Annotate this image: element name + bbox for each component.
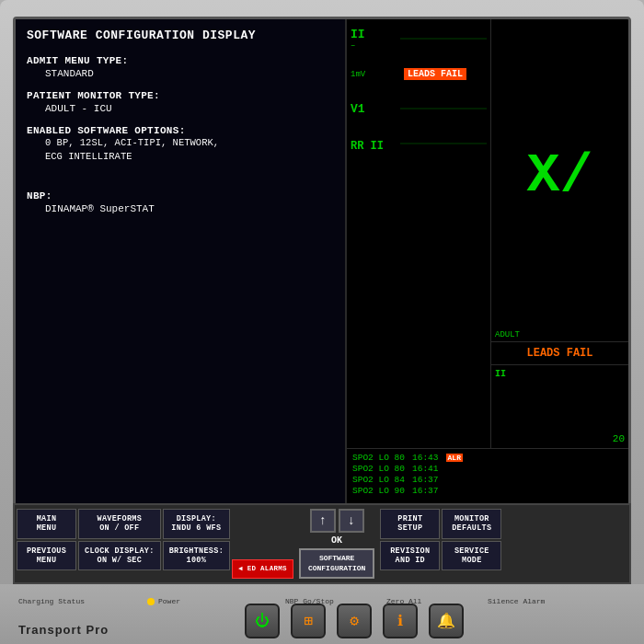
device-model-label: Transport Pro	[18, 623, 109, 637]
config-panel: SOFTWARE CONFIGURATION DISPLAY ADMIT MEN…	[16, 19, 347, 522]
v1-label: V1	[351, 102, 397, 116]
wave-row-ii: II –	[351, 23, 487, 55]
ii-label: II	[351, 28, 397, 41]
spo2-label-0: SPO2 LO 80	[352, 453, 405, 463]
device-bottom: Charging Status Power NBP Go/Stop Zero A…	[0, 584, 644, 644]
config-title: SOFTWARE CONFIGURATION DISPLAY	[27, 29, 334, 42]
main-menu-button[interactable]: MAINMENU	[17, 509, 76, 538]
wave-row-rr: RR II	[351, 128, 487, 160]
adult-label: ADULT	[495, 330, 520, 339]
patient-monitor-section: PATIENT MONITOR TYPE: ADULT - ICU	[27, 90, 334, 114]
spo2-row-1: SPO2 LO 80 16:41	[352, 464, 623, 474]
spo2-row-2: SPO2 LO 84 16:37	[352, 475, 623, 485]
patient-monitor-label: PATIENT MONITOR TYPE:	[27, 90, 334, 101]
mini-displays-col: X/ ADULT LEADS FAIL II 20	[490, 19, 628, 448]
spo2-time-3: 16:37	[412, 486, 439, 496]
ii-sub: –	[351, 41, 397, 51]
btn-group-left2: WAVEFORMSON / OFF CLOCK DISPLAY:ON W/ SE…	[78, 509, 161, 579]
btn-group-right1: PRINTSETUP REVISIONAND ID	[380, 509, 440, 579]
screen-content: SOFTWARE CONFIGURATION DISPLAY ADMIT MEN…	[16, 19, 628, 522]
config-icon: ⚙	[350, 612, 359, 630]
admit-menu-label: ADMIT MENU TYPE:	[27, 55, 334, 66]
alr-badge: ALR	[446, 454, 463, 462]
nbp-label: NBP:	[27, 190, 334, 201]
admit-menu-value: STANDARD	[27, 68, 334, 79]
wave-label-v1: V1	[351, 102, 397, 116]
service-mode-button[interactable]: SERVICEMODE	[442, 541, 501, 570]
big-x-display: X/	[526, 148, 592, 203]
leads-fail-text: LEADS FAIL	[495, 345, 625, 362]
waveform-svg-rr	[400, 128, 487, 160]
wave-content-v1	[400, 93, 487, 125]
spo2-row-3: SPO2 LO 90 16:37	[352, 486, 623, 496]
wave-row-1mv: 1mV LEADS FAIL	[351, 58, 487, 90]
up-arrow-button[interactable]: ↑	[310, 509, 336, 533]
arrow-buttons: ↑ ↓	[310, 509, 364, 533]
waveforms-col: II – 1mV	[347, 19, 490, 448]
1mv-label: 1mV	[351, 70, 397, 79]
alarm-button[interactable]: 🔔	[429, 604, 464, 638]
software-config-button[interactable]: SOFTWARECONFIGURATION	[299, 548, 374, 579]
revision-id-button[interactable]: REVISIONAND ID	[380, 541, 440, 570]
right-top: II – 1mV	[347, 19, 628, 448]
wave-content-1mv: LEADS FAIL	[400, 58, 487, 90]
ed-alarms-group: ◀ ED ALARMS	[232, 509, 293, 579]
ed-alarms-button[interactable]: ◀ ED ALARMS	[232, 559, 293, 579]
admit-menu-section: ADMIT MENU TYPE: STANDARD	[27, 55, 334, 79]
btn-group-left1: MAINMENU PREVIOUSMENU	[17, 509, 76, 579]
wave-label-1mv: 1mV	[351, 70, 397, 79]
waveforms-button[interactable]: WAVEFORMSON / OFF	[78, 509, 161, 538]
enabled-options-value2: ECG INTELLIRATE	[27, 150, 334, 164]
wave-label-rr: RR II	[351, 136, 397, 153]
nbp-section: NBP: DINAMAP® SuperSTAT	[27, 190, 334, 214]
alarm-icon: 🔔	[437, 612, 455, 630]
btn-group-right2: MONITORDEFAULTS SERVICEMODE	[442, 509, 501, 579]
monitor-defaults-button[interactable]: MONITORDEFAULTS	[442, 509, 501, 538]
ok-label: OK	[331, 535, 342, 546]
wave-label-ii: II –	[351, 28, 397, 51]
display-button[interactable]: DISPLAY:INDU 6 WFS	[163, 509, 230, 538]
menu-button[interactable]: ⊞	[291, 604, 326, 638]
enabled-options-value1: 0 BP, 12SL, ACI-TIPI, NETWORK,	[27, 136, 334, 150]
transport-pro-text: Transport Pro	[18, 623, 109, 637]
previous-menu-button[interactable]: PREVIOUSMENU	[17, 541, 76, 570]
spo2-data-rows: SPO2 LO 80 16:43 ALR SPO2 LO 80 16:41 SP…	[352, 453, 623, 496]
wave-content-rr	[400, 128, 487, 160]
screen-area: SOFTWARE CONFIGURATION DISPLAY ADMIT MEN…	[13, 17, 631, 524]
power-icon: ⏻	[255, 613, 270, 630]
center-controls: ↑ ↓ OK SOFTWARECONFIGURATION	[295, 509, 378, 579]
enabled-options-label: ENABLED SOFTWARE OPTIONS:	[27, 125, 334, 136]
spo2-label-2: SPO2 LO 84	[352, 475, 405, 485]
charging-text: Charging Status	[18, 597, 85, 605]
info-button[interactable]: ℹ	[383, 604, 418, 638]
leads-fail-badge-1: LEADS FAIL	[404, 68, 466, 80]
btn-group-left3: DISPLAY:INDU 6 WFS BRIGHTNESS:100%	[163, 509, 230, 579]
spo2-label-1: SPO2 LO 80	[352, 464, 405, 474]
button-bar: MAINMENU PREVIOUSMENU WAVEFORMSON / OFF …	[13, 503, 631, 584]
wave-row-v1: V1	[351, 93, 487, 125]
spo2-label-3: SPO2 LO 90	[352, 486, 405, 496]
spo2-time-2: 16:37	[412, 475, 439, 485]
config-button[interactable]: ⚙	[337, 604, 372, 638]
charging-status-label: Charging Status	[18, 597, 85, 605]
ii-small-label: II	[495, 369, 506, 379]
spo2-time-0: 16:43	[412, 453, 439, 463]
power-button[interactable]: ⏻	[245, 604, 280, 638]
wave-content-ii	[400, 23, 487, 55]
info-icon: ℹ	[397, 612, 403, 630]
spo2-row-0: SPO2 LO 80 16:43 ALR	[352, 453, 623, 463]
waveform-svg-v1	[400, 93, 487, 125]
mini-display-bottom: II 20	[491, 365, 628, 448]
number-display: 20	[613, 433, 625, 444]
down-arrow-button[interactable]: ↓	[339, 509, 364, 533]
nbp-value: DINAMAP® SuperSTAT	[27, 203, 334, 214]
leads-fail-banner: LEADS FAIL	[491, 342, 628, 365]
clock-display-button[interactable]: CLOCK DISPLAY:ON W/ SEC	[78, 541, 161, 570]
enabled-options-section: ENABLED SOFTWARE OPTIONS: 0 BP, 12SL, AC…	[27, 125, 334, 163]
print-setup-button[interactable]: PRINTSETUP	[380, 509, 440, 538]
mini-display-top: X/ ADULT	[491, 19, 628, 342]
brightness-button[interactable]: BRIGHTNESS:100%	[163, 541, 230, 570]
menu-icon: ⊞	[304, 612, 313, 630]
device-outer: ED-48 SOFTWARE CONFIGURATION DISPLAY ADM…	[0, 0, 644, 644]
right-waveform-vitals: II – 1mV	[347, 19, 628, 522]
